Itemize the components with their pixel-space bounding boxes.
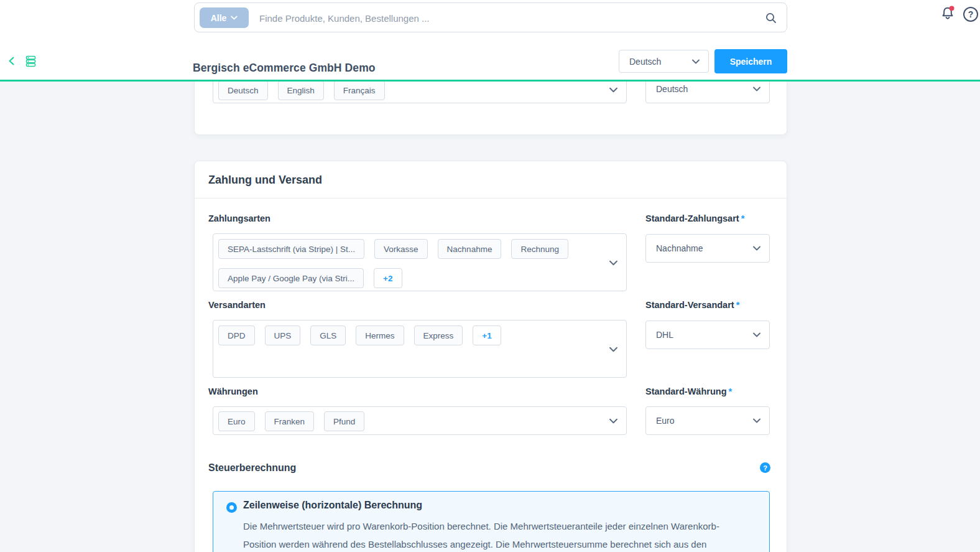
selection-tag[interactable]: Apple Pay / Google Pay (via Stri...	[218, 268, 364, 288]
content-area: DeutschEnglishFrançais Deutsch Zahlung u…	[0, 82, 980, 552]
smartbar-language-value: Deutsch	[629, 57, 661, 67]
help-glyph: ?	[763, 464, 767, 472]
chevron-down-icon[interactable]	[609, 347, 617, 352]
overflow-count-tag[interactable]: +1	[473, 325, 501, 345]
payment-methods-label: Zahlungsarten	[208, 213, 270, 223]
selection-tag[interactable]: Pfund	[324, 411, 364, 431]
payment-methods-multiselect[interactable]: SEPA-Lastschrift (via Stripe) | St...Vor…	[213, 233, 627, 291]
help-icon[interactable]: ?	[963, 7, 978, 22]
default-shipping-value: DHL	[656, 330, 673, 340]
selection-tag[interactable]: DPD	[218, 325, 255, 345]
currencies-label: Währungen	[208, 386, 258, 396]
default-currency-value: Euro	[656, 416, 675, 426]
top-search-bar: Alle ?	[0, 0, 980, 43]
chevron-down-icon	[692, 59, 700, 64]
selection-tag[interactable]: Euro	[218, 411, 255, 431]
help-glyph: ?	[968, 9, 974, 19]
search-scope-label: Alle	[211, 13, 227, 23]
module-database-icon[interactable]	[25, 55, 37, 69]
smartbar-language-select[interactable]: Deutsch	[619, 50, 709, 73]
chevron-down-icon	[753, 246, 760, 251]
languages-tag-list: DeutschEnglishFrançais	[218, 82, 601, 100]
card-header: Zahlung und Versand	[195, 161, 787, 199]
selection-tag[interactable]: Express	[414, 325, 463, 345]
chevron-down-icon[interactable]	[609, 418, 617, 424]
tax-option-radio-selected[interactable]	[226, 502, 237, 513]
languages-card: DeutschEnglishFrançais Deutsch	[194, 82, 787, 135]
search-scope-button[interactable]: Alle	[200, 7, 249, 28]
default-payment-value: Nachnahme	[656, 243, 703, 253]
default-currency-label: Standard-Währung*	[645, 386, 732, 396]
currency-tag-list: EuroFrankenPfund	[218, 411, 601, 431]
shipping-methods-multiselect[interactable]: DPDUPSGLSHermesExpress+1	[213, 320, 627, 378]
chevron-down-icon	[231, 16, 238, 20]
overflow-count-tag[interactable]: +2	[374, 268, 402, 288]
selection-tag[interactable]: Vorkasse	[374, 239, 428, 259]
chevron-down-icon	[753, 332, 760, 337]
required-asterisk: *	[736, 300, 740, 310]
currencies-multiselect[interactable]: EuroFrankenPfund	[213, 406, 627, 435]
save-button[interactable]: Speichern	[714, 49, 787, 73]
smart-bar: Bergisch eCommerce GmbH Demo Deutsch Spe…	[0, 42, 980, 82]
required-asterisk: *	[741, 213, 745, 223]
selection-tag[interactable]: GLS	[310, 325, 346, 345]
required-asterisk: *	[729, 386, 733, 396]
chevron-down-icon[interactable]	[609, 260, 617, 266]
selection-tag[interactable]: Français	[334, 82, 385, 100]
chevron-down-icon	[753, 87, 760, 91]
default-language-select[interactable]: Deutsch	[645, 82, 770, 103]
default-currency-select[interactable]: Euro	[645, 406, 770, 435]
default-payment-label: Standard-Zahlungsart*	[645, 213, 744, 223]
default-shipping-label: Standard-Versandart*	[645, 300, 739, 310]
search-icon[interactable]	[765, 12, 777, 24]
default-payment-select[interactable]: Nachnahme	[645, 234, 770, 263]
tax-option-title: Zeilenweise (horizontale) Berechnung	[243, 500, 422, 511]
payment-shipping-card: Zahlung und Versand Zahlungsarten SEPA-L…	[194, 161, 787, 552]
selection-tag[interactable]: Hermes	[356, 325, 404, 345]
global-search-box[interactable]: Alle	[194, 2, 787, 32]
selection-tag[interactable]: English	[278, 82, 324, 100]
selection-tag[interactable]: Nachnahme	[438, 239, 502, 259]
languages-multiselect[interactable]: DeutschEnglishFrançais	[213, 82, 627, 103]
tax-option-card[interactable]: Zeilenweise (horizontale) Berechnung Die…	[213, 491, 770, 552]
chevron-left-icon	[7, 56, 17, 66]
payment-tag-list: SEPA-Lastschrift (via Stripe) | St...Vor…	[218, 239, 601, 288]
back-button[interactable]	[7, 56, 17, 68]
tax-help-icon[interactable]: ?	[760, 462, 770, 473]
notification-badge	[950, 6, 955, 11]
shipping-tag-list: DPDUPSGLSHermesExpress+1	[218, 325, 601, 345]
selection-tag[interactable]: Deutsch	[218, 82, 268, 100]
default-shipping-select[interactable]: DHL	[645, 320, 770, 349]
chevron-down-icon	[753, 418, 760, 423]
search-input[interactable]	[258, 4, 938, 32]
selection-tag[interactable]: Rechnung	[511, 239, 568, 259]
tax-calculation-heading: Steuerberechnung	[208, 462, 296, 474]
selection-tag[interactable]: UPS	[265, 325, 301, 345]
default-language-value: Deutsch	[656, 84, 688, 94]
notification-bell-icon[interactable]	[939, 5, 956, 24]
selection-tag[interactable]: Franken	[265, 411, 315, 431]
shipping-methods-label: Versandarten	[208, 300, 266, 310]
selection-tag[interactable]: SEPA-Lastschrift (via Stripe) | St...	[218, 239, 364, 259]
chevron-down-icon[interactable]	[609, 87, 617, 93]
card-title: Zahlung und Versand	[208, 161, 322, 199]
tax-option-description: Die Mehrwertsteuer wird pro Warenkorb-Po…	[243, 517, 736, 552]
